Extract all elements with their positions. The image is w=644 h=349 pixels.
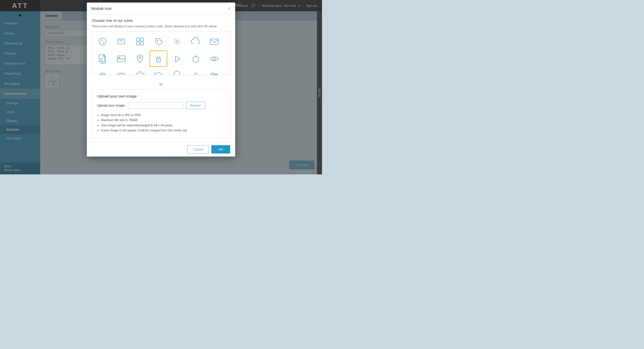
svg-rect-11 xyxy=(136,42,139,45)
icon-cell-chart[interactable] xyxy=(187,68,205,75)
choose-icons-subtitle: These icons will display in your company… xyxy=(92,25,230,28)
icon-cell-radio[interactable] xyxy=(112,68,130,75)
svg-rect-12 xyxy=(140,42,143,45)
svg-point-7 xyxy=(99,38,106,45)
upload-file-input[interactable] xyxy=(128,102,183,109)
svg-rect-15 xyxy=(210,39,218,44)
upload-note-2: Maximum file size is 750kB. xyxy=(101,118,225,123)
svg-rect-31 xyxy=(101,73,105,75)
icon-cell-printer[interactable] xyxy=(94,68,111,75)
icon-cell-cloud[interactable] xyxy=(187,33,205,49)
icon-grid-container[interactable]: PDF xyxy=(92,31,230,75)
svg-point-13 xyxy=(157,40,158,41)
svg-rect-33 xyxy=(119,74,123,75)
modal-footer: Cancel OK xyxy=(87,142,235,157)
modal-body: Choose one of our icons These icons will… xyxy=(87,14,235,142)
upload-label: Upload your image: xyxy=(97,104,126,107)
upload-notes: Image must be a JPG or PNG. Maximum file… xyxy=(97,113,225,133)
icon-cell-eye[interactable] xyxy=(206,51,223,67)
icon-cell-chat[interactable] xyxy=(112,33,130,49)
upload-note-1: Image must be a JPG or PNG. xyxy=(101,113,225,118)
icon-cell-power[interactable] xyxy=(187,51,205,67)
icon-cell-play[interactable] xyxy=(168,51,186,67)
svg-point-20 xyxy=(139,57,141,59)
browse-button[interactable]: Browse xyxy=(186,102,205,109)
icon-cell-puzzle[interactable] xyxy=(131,68,149,75)
svg-rect-40 xyxy=(195,73,197,75)
svg-rect-10 xyxy=(140,38,143,41)
cancel-button[interactable]: Cancel xyxy=(187,145,209,154)
svg-rect-21 xyxy=(156,58,160,62)
svg-rect-39 xyxy=(192,75,194,75)
upload-section: Upload your own image Upload your image:… xyxy=(92,89,230,138)
icon-cell-location[interactable] xyxy=(131,51,149,67)
icon-cell-plug[interactable] xyxy=(150,51,167,67)
icon-cell-folder[interactable] xyxy=(206,68,223,75)
modal-header: Module icon × xyxy=(87,3,235,14)
or-divider: or xyxy=(87,79,235,89)
svg-point-35 xyxy=(120,75,122,75)
ok-button[interactable]: OK xyxy=(211,145,230,154)
module-icon-modal: Module icon × Choose one of our icons Th… xyxy=(87,3,235,157)
modal-close-button[interactable]: × xyxy=(228,6,231,11)
icon-cell-image[interactable] xyxy=(112,51,130,67)
svg-text:PDF: PDF xyxy=(100,61,104,63)
icon-cell-cloud-rain[interactable] xyxy=(168,68,186,75)
svg-point-19 xyxy=(118,57,120,59)
upload-note-4: If your image is not square, it will be … xyxy=(101,128,225,133)
icon-cell-phone[interactable] xyxy=(94,33,111,49)
upload-note-3: Your image will be reduced/enlarged to 6… xyxy=(101,123,225,128)
icon-cell-pdf[interactable]: PDF xyxy=(94,51,111,67)
modal-title: Module icon xyxy=(91,6,112,11)
icon-cell-refresh[interactable] xyxy=(150,68,167,75)
svg-point-29 xyxy=(213,58,216,60)
upload-row: Upload your image: Browse xyxy=(97,102,225,109)
svg-marker-26 xyxy=(176,56,180,62)
icon-cell-grid[interactable] xyxy=(131,33,149,49)
upload-title: Upload your own image xyxy=(97,94,225,98)
icon-cell-tag[interactable] xyxy=(150,33,167,49)
icon-cell-envelope[interactable] xyxy=(206,33,223,49)
svg-point-14 xyxy=(176,40,178,43)
icon-grid: PDF xyxy=(92,31,230,75)
svg-rect-9 xyxy=(136,38,139,41)
choose-icons-title: Choose one of our icons xyxy=(92,18,230,23)
icon-cell-settings[interactable] xyxy=(168,33,186,49)
choose-icons-section: Choose one of our icons These icons will… xyxy=(87,14,235,79)
